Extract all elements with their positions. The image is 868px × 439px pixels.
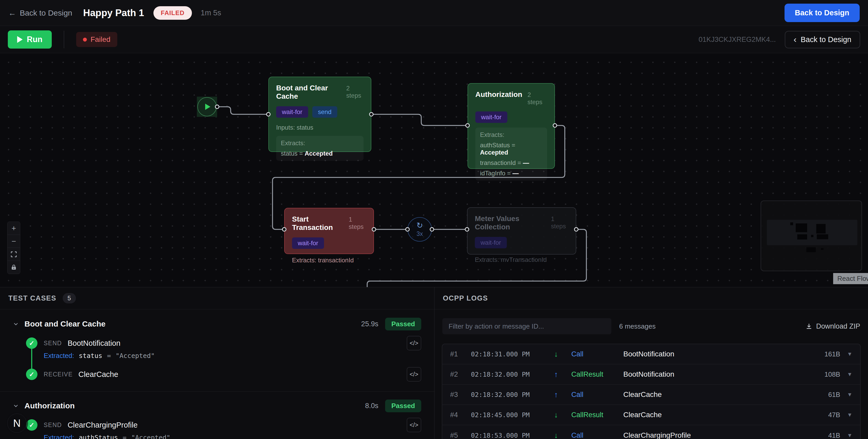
direction-arrow-icon: ↓ [554,350,571,359]
step-send-bootnotification[interactable]: ✓ SEND BootNotification </> [26,336,421,350]
messages-count: 6 messages [619,323,656,330]
log-size: 47B [828,411,840,419]
lock-button[interactable] [7,261,20,274]
view-payload-button[interactable]: </> [407,336,421,350]
node-start-transaction[interactable]: Start Transaction 1 steps wait-for Extra… [284,208,374,254]
expand-caret-icon[interactable]: ▼ [847,392,852,398]
log-row-3[interactable]: #3 02:18:32.000 PM ↑ Call ClearCache 61B… [442,385,860,405]
log-time: 02:18:45.000 PM [471,411,554,419]
log-size: 41B [828,432,840,439]
expand-caret-icon[interactable]: ▼ [847,351,852,357]
node-boot-and-clear-cache[interactable]: Boot and Clear Cache 2 steps wait-for se… [268,77,371,152]
app-header: ← Back to Design Happy Path 1 FAILED 1m … [0,0,868,26]
log-id: #4 [450,411,471,419]
step-action: ClearCache [78,370,118,379]
direction-arrow-icon: ↓ [554,411,571,419]
node-extracts-box: Extracts: status = Accepted [276,136,364,161]
step-kind: SEND [44,421,62,429]
expand-caret-icon[interactable]: ▼ [847,371,852,377]
loop-count: 3x [416,230,423,237]
start-node[interactable] [197,97,217,117]
direction-arrow-icon: ↑ [554,370,571,379]
log-row-4[interactable]: #4 02:18:45.000 PM ↓ CallResult ClearCac… [442,405,860,425]
extracted-key: authStatus [79,434,118,439]
chevron-down-icon [13,321,19,327]
n-badge[interactable]: N [7,413,27,433]
zoom-out-button[interactable]: − [7,235,20,248]
log-type: Call [571,391,623,399]
page-title: Happy Path 1 [83,7,144,19]
node-meter-values-collection[interactable]: Meter Values Collection 1 steps wait-for… [467,207,576,255]
log-row-1[interactable]: #1 02:18:31.000 PM ↓ Call BootNotificati… [442,344,860,365]
view-payload-button[interactable]: </> [407,418,421,432]
extracted-key: status [79,352,102,360]
node-extracts-box: Extracts: authStatus = Accepted transact… [475,128,547,180]
step-connector-line [31,349,32,369]
run-id: 01KJ3CKJXREG2MK4... [699,36,776,44]
step-receive-clearcache[interactable]: ✓ RECEIVE ClearCache </> [26,367,421,381]
direction-arrow-icon: ↓ [554,431,571,439]
download-zip-button[interactable]: Download ZIP [806,323,860,330]
download-zip-label: Download ZIP [816,323,860,330]
log-type: CallResult [571,370,623,378]
node-steps-count: 2 steps [527,91,547,106]
section-duration: 25.9s [361,320,378,328]
extracts-label: Extracts: [480,131,542,138]
log-id: #3 [450,391,471,399]
minimap-node [816,224,826,234]
node-title: Boot and Clear Cache [276,84,341,101]
test-cases-count-badge: 5 [63,293,76,303]
zoom-in-button[interactable]: + [7,222,20,235]
back-to-design-outline-button[interactable]: ‹ Back to Design [785,31,860,48]
minimap[interactable] [761,201,862,271]
node-extracts: Extracts: transactionId [292,257,366,264]
direction-arrow-icon: ↑ [554,391,571,399]
extracted-row: Extracted: authStatus = "Accepted" [44,432,421,439]
section-status-badge: Passed [385,400,421,412]
flow-canvas[interactable]: Boot and Clear Cache 2 steps wait-for se… [0,53,868,287]
step-action: BootNotification [68,339,120,347]
check-icon: ✓ [26,369,37,380]
check-icon: ✓ [26,419,37,431]
log-row-5[interactable]: #5 02:18:53.000 PM ↓ Call ClearChargingP… [442,425,860,439]
node-inputs: Inputs: status [276,124,364,131]
log-id: #5 [450,432,471,439]
play-icon [17,36,23,43]
section-name: Authorization [25,401,74,410]
run-button[interactable]: Run [8,30,52,48]
node-title: Authorization [475,91,522,99]
canvas-controls: + − [7,222,20,274]
back-arrow-icon: ← [8,8,16,18]
minus-icon: − [11,237,16,246]
log-filter-input[interactable] [442,318,611,334]
status-dot-icon [83,38,87,41]
back-to-design-button[interactable]: Back to Design [784,4,860,22]
expand-caret-icon[interactable]: ▼ [847,412,852,418]
loop-refresh-icon: ↻ [416,222,423,229]
view-payload-button[interactable]: </> [407,367,421,381]
section-boot-and-clear-cache[interactable]: Boot and Clear Cache 25.9s Passed [13,317,421,331]
extracts-label: Extracts: [281,139,359,147]
loop-node[interactable]: ↻ 3x [407,217,432,242]
start-circle [197,97,217,116]
node-authorization[interactable]: Authorization 2 steps wait-for Extracts:… [468,83,555,169]
minimap-node [796,224,807,232]
logs-toolbar: 6 messages Download ZIP [435,309,868,343]
log-row-2[interactable]: #2 02:18:32.000 PM ↑ CallResult BootNoti… [442,365,860,385]
fit-view-button[interactable] [7,248,20,261]
run-status-label: Failed [91,35,110,44]
extracted-label: Extracted: [44,352,74,360]
back-to-design-link[interactable]: ← Back to Design [8,8,72,18]
lock-icon [11,264,17,270]
toolbar-divider [64,31,64,48]
extracted-value: "Accepted" [116,352,155,360]
extracted-equals: = [107,352,111,360]
section-authorization[interactable]: Authorization 8.0s Passed [13,399,421,413]
step-kind: SEND [44,340,62,347]
extracted-value: "Accepted" [131,434,170,439]
expand-caret-icon[interactable]: ▼ [847,432,852,438]
minimap-node [797,234,807,239]
section-name: Boot and Clear Cache [25,319,105,328]
step-send-clearchargingprofile[interactable]: ✓ SEND ClearChargingProfile </> [26,418,421,432]
react-flow-attribution[interactable]: React Flow [833,273,868,284]
